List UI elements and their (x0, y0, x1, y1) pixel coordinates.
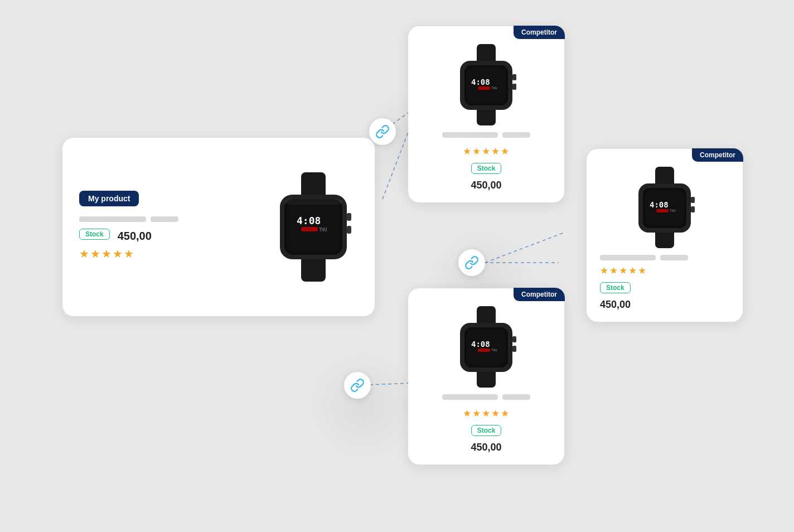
svg-text:THU: THU (491, 86, 497, 90)
skeleton-bar (600, 255, 656, 260)
competitor-right-image: 4:08 THU (628, 166, 701, 249)
competitor-right-price: 450,00 (600, 299, 729, 311)
svg-text:4:08: 4:08 (471, 78, 490, 86)
skeleton-bar (442, 132, 498, 138)
skeleton-bar (502, 132, 530, 138)
link-icon-1[interactable] (369, 118, 396, 145)
price-stock-row: Stock 450,00 (79, 226, 219, 243)
svg-rect-11 (301, 227, 318, 231)
svg-rect-35 (512, 346, 516, 352)
competitor-card-bottom: Competitor 4:08 THU ★★★★★ Stock 450,00 (408, 288, 564, 465)
svg-text:4:08: 4:08 (650, 200, 669, 209)
svg-rect-34 (512, 336, 516, 342)
svg-text:THU: THU (491, 348, 497, 352)
competitor-right-stars: ★★★★★ (600, 265, 729, 277)
svg-rect-13 (347, 213, 351, 221)
svg-rect-44 (691, 197, 695, 203)
svg-text:THU: THU (319, 228, 327, 233)
svg-rect-32 (478, 349, 490, 352)
competitor-top-image: 4:08 THU (450, 43, 522, 127)
my-product-stars: ★★★★★ (79, 247, 219, 260)
competitor-bottom-stars: ★★★★★ (463, 408, 510, 419)
skeleton-bar (502, 394, 530, 400)
competitor-card-right: Competitor 4:08 THU ★★★★★ Stock (587, 149, 743, 322)
svg-rect-25 (512, 84, 516, 90)
competitor-top-stock: Stock (471, 163, 502, 174)
svg-rect-42 (656, 209, 669, 212)
skeleton-row-comp-bottom (442, 394, 530, 400)
link-icon-2[interactable] (458, 249, 485, 276)
skeleton-bar (151, 216, 178, 222)
skeleton-row-1 (79, 216, 219, 222)
competitor-card-top: Competitor 4:08 THU ★★★★★ Stock 450,00 (408, 26, 564, 202)
skeleton-bar (660, 255, 688, 260)
skeleton-row-comp-right (600, 255, 729, 260)
my-product-image: 4:08 THU (263, 171, 364, 283)
stock-badge: Stock (79, 229, 110, 240)
svg-rect-15 (284, 199, 342, 205)
svg-text:4:08: 4:08 (471, 340, 490, 349)
my-product-info: Stock 450,00 ★★★★★ (79, 216, 219, 264)
competitor-bottom-price: 450,00 (471, 442, 501, 453)
competitor-right-stock: Stock (600, 282, 631, 293)
competitor-bottom-image: 4:08 THU (450, 305, 522, 389)
svg-rect-45 (691, 206, 695, 212)
svg-rect-14 (347, 226, 351, 234)
competitor-top-price: 450,00 (471, 180, 501, 191)
skeleton-bar (79, 216, 146, 222)
competitor-badge-right: Competitor (692, 148, 743, 162)
svg-rect-24 (512, 74, 516, 80)
skeleton-bar (442, 394, 498, 400)
competitor-top-stars: ★★★★★ (463, 146, 510, 157)
svg-text:4:08: 4:08 (297, 215, 321, 226)
competitor-badge-bottom: Competitor (514, 288, 565, 301)
my-product-card: My product Stock 450,00 ★★★★★ (62, 138, 375, 316)
my-product-badge: My product (79, 191, 139, 206)
svg-text:THU: THU (670, 209, 676, 212)
link-icon-3[interactable] (344, 372, 371, 399)
competitor-bottom-stock: Stock (471, 425, 502, 436)
my-product-price: 450,00 (118, 230, 152, 243)
skeleton-row-comp-top (442, 132, 530, 138)
competitor-badge-top: Competitor (514, 26, 565, 39)
svg-rect-22 (478, 86, 490, 90)
